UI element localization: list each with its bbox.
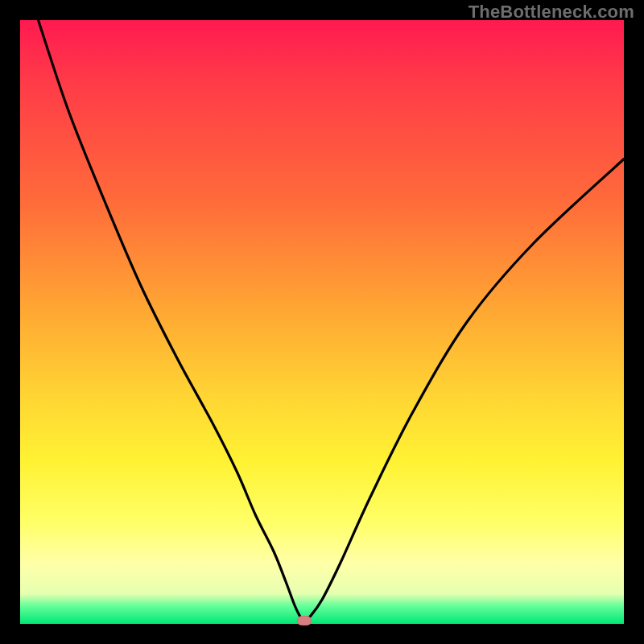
watermark-label: TheBottleneck.com bbox=[469, 2, 634, 23]
plot-area bbox=[20, 20, 624, 624]
chart-frame: TheBottleneck.com bbox=[0, 0, 644, 644]
optimum-marker bbox=[297, 616, 312, 625]
bottleneck-curve bbox=[20, 20, 624, 624]
